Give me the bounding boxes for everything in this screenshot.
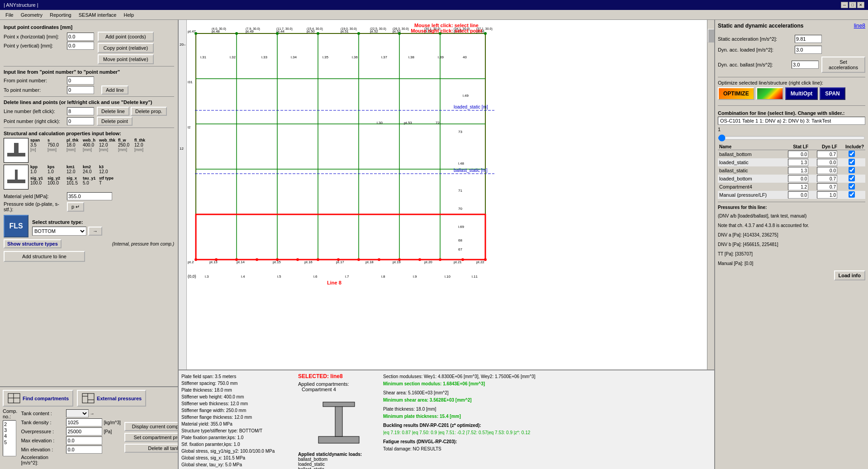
u-m: [m] (30, 147, 45, 152)
point-x-input[interactable] (67, 33, 94, 41)
lf-stat[interactable] (781, 183, 810, 191)
find-compartments-btn[interactable]: Find compartments (3, 390, 73, 407)
svg-text:(19.0, 30.0): (19.0, 30.0) (341, 27, 357, 31)
line-number-input[interactable] (67, 107, 94, 115)
from-point-input[interactable] (67, 76, 94, 85)
menu-reporting[interactable]: Reporting (46, 11, 75, 19)
pressure-side-btn[interactable]: p ↵ (67, 202, 84, 212)
tank-content-row: Tank content : → (21, 409, 120, 417)
delete-all-tanks-btn[interactable]: Delete all tanks (124, 444, 179, 453)
structure-type-select[interactable]: BOTTOM TOP SIDE (32, 227, 86, 236)
point-number-label: Point number (right click): (4, 118, 67, 124)
delete-line-btn[interactable]: Delete line (97, 107, 129, 116)
compartment4-label: Compartment 4 (302, 387, 336, 392)
material-yield-input[interactable] (67, 192, 112, 200)
lf-table: Name Stat LF Dyn LF Include? ballast_bot… (718, 144, 865, 199)
menu-help[interactable]: Help (120, 11, 138, 19)
to-point-input[interactable] (67, 86, 94, 94)
v-kps: 1.0 (47, 169, 64, 174)
point-number-input[interactable] (67, 117, 94, 125)
lf-stat[interactable] (781, 166, 810, 175)
dyn-ballast-input[interactable] (792, 61, 819, 69)
overpressure-input[interactable] (66, 427, 102, 436)
svg-point-91 (194, 258, 197, 261)
tank-content-select[interactable] (66, 409, 89, 417)
lf-dyn[interactable] (810, 150, 839, 159)
lf-stat[interactable] (781, 191, 810, 199)
span-btn[interactable]: SPAN (820, 87, 845, 100)
multiopt-btn[interactable]: MultiOpt (785, 87, 818, 100)
menu-geometry[interactable]: Geometry (17, 11, 46, 19)
line8-link[interactable]: line8 (854, 23, 865, 29)
h-km2: km2 (83, 165, 96, 169)
menu-file[interactable]: File (2, 11, 17, 19)
lf-dyn[interactable] (810, 183, 839, 191)
lf-include[interactable] (839, 150, 865, 159)
h-fl-thk: fl_thk (134, 138, 148, 142)
svg-rect-7 (82, 393, 94, 403)
overpressure-unit: [Pa] (104, 429, 112, 434)
load-info-btn[interactable]: Load info (834, 270, 866, 280)
lf-table-row: Manual (pressure/LF) (718, 191, 865, 199)
svg-rect-23 (196, 214, 485, 260)
fls-button[interactable]: FLS (4, 215, 28, 237)
lf-stat[interactable] (781, 150, 810, 159)
add-point-btn[interactable]: Add point (coords) (98, 32, 154, 42)
minimize-btn[interactable]: ─ (841, 2, 848, 8)
display-compartments-btn[interactable]: Display current compartments (124, 422, 179, 431)
lf-table-row: loaded_static (718, 158, 865, 166)
svg-text:l2: l2 (188, 125, 191, 129)
set-accelerations-btn[interactable]: Set accelerations (821, 57, 865, 73)
svg-text:l.5: l.5 (277, 275, 281, 279)
lf-dyn[interactable] (810, 191, 839, 199)
struct-type-arrow-btn[interactable]: → (88, 227, 102, 236)
tank-density-input[interactable] (66, 418, 102, 426)
line-section-title: Input line from "point number" to "point… (4, 69, 174, 75)
dyn-loaded-input[interactable] (795, 46, 822, 54)
lf-stat[interactable] (781, 175, 810, 183)
lf-include[interactable] (839, 175, 865, 183)
add-structure-btn[interactable]: Add structure to line (4, 251, 85, 262)
lf-dyn[interactable] (810, 175, 839, 183)
show-structure-btn[interactable]: Show structure types (4, 239, 62, 248)
lf-dyn[interactable] (810, 166, 839, 175)
lf-include[interactable] (839, 183, 865, 191)
external-pressures-btn[interactable]: External pressures (77, 390, 146, 407)
lf-include[interactable] (839, 191, 865, 199)
min-elevation-input[interactable] (66, 445, 102, 454)
point-y-input[interactable] (67, 42, 94, 50)
v-pl-thk: 18.0 (66, 142, 80, 147)
copy-point-btn[interactable]: Copy point (relative) (98, 43, 154, 53)
set-compartment-btn[interactable]: Set compartment properties. (124, 433, 179, 442)
svg-text:40: 40 (463, 55, 467, 59)
static-accel-input[interactable] (795, 35, 822, 43)
delete-prop-btn[interactable]: Delete prop. (131, 107, 167, 116)
comp-no-select[interactable]: 2 3 4 5 (3, 420, 16, 456)
delete-point-btn[interactable]: Delete point (97, 117, 133, 126)
svg-text:l.8: l.8 (381, 275, 385, 279)
scrollbar-thumb[interactable] (708, 29, 714, 43)
move-point-btn[interactable]: Move point (relative) (98, 54, 154, 64)
optimize-btn[interactable]: OPTIMIZE (718, 87, 754, 100)
canvas-area[interactable]: Mouse left click: select line Mouse righ… (179, 20, 714, 370)
lf-stat[interactable] (781, 158, 810, 166)
svg-text:(4.0, 30.0): (4.0, 30.0) (212, 27, 226, 31)
u-mm2: [mm] (66, 147, 80, 152)
add-line-btn[interactable]: Add line (101, 85, 128, 95)
max-elevation-input[interactable] (66, 436, 102, 445)
svg-text:l.30: l.30 (377, 121, 383, 125)
close-btn[interactable]: ✕ (857, 2, 864, 8)
lf-include[interactable] (839, 158, 865, 166)
title-bar: | ANYstructure | ─ □ ✕ (0, 0, 868, 10)
maximize-btn[interactable]: □ (849, 2, 856, 8)
tank-props-section: Tank content : → Tank density : [kg/m^3]… (21, 408, 120, 466)
manual-label: Manual [Pa]: [0.0] (718, 260, 865, 267)
menu-sesam[interactable]: SESAM interface (75, 11, 120, 19)
flange-width-label: Stiffener flange width: (181, 408, 225, 413)
main-canvas-svg[interactable]: loaded_static [m] ballast_static [m] pt.… (187, 20, 714, 370)
lf-include[interactable] (839, 166, 865, 175)
combo-slider[interactable] (718, 134, 865, 142)
canvas-scrollbar[interactable] (707, 20, 714, 370)
v-s: 750.0 (47, 142, 64, 147)
lf-dyn[interactable] (810, 158, 839, 166)
